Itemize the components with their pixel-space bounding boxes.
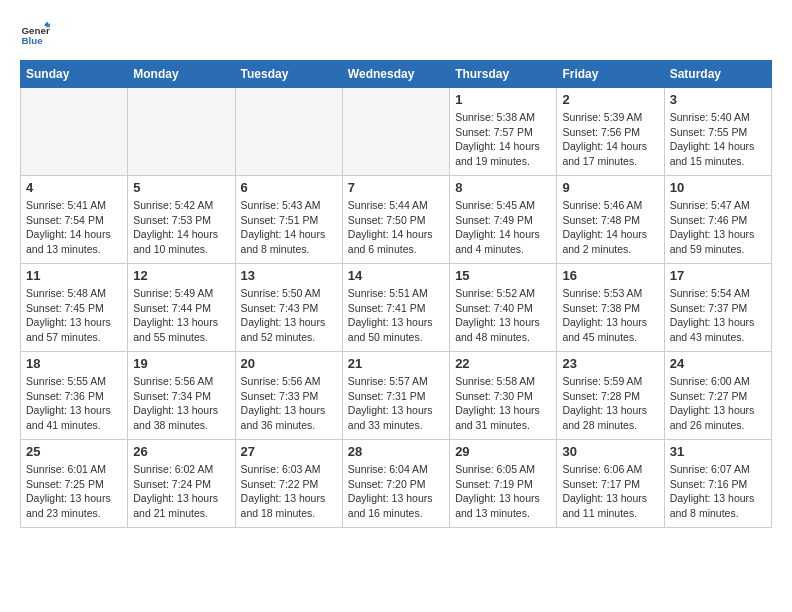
calendar-cell: 16Sunrise: 5:53 AMSunset: 7:38 PMDayligh…: [557, 264, 664, 352]
svg-text:Blue: Blue: [22, 35, 44, 46]
day-info: Sunrise: 5:46 AMSunset: 7:48 PMDaylight:…: [562, 198, 658, 257]
calendar-cell: 10Sunrise: 5:47 AMSunset: 7:46 PMDayligh…: [664, 176, 771, 264]
day-info: Sunrise: 5:44 AMSunset: 7:50 PMDaylight:…: [348, 198, 444, 257]
calendar-cell: 19Sunrise: 5:56 AMSunset: 7:34 PMDayligh…: [128, 352, 235, 440]
logo: General Blue: [20, 20, 54, 50]
day-info: Sunrise: 5:48 AMSunset: 7:45 PMDaylight:…: [26, 286, 122, 345]
weekday-header-row: SundayMondayTuesdayWednesdayThursdayFrid…: [21, 61, 772, 88]
calendar-cell: 31Sunrise: 6:07 AMSunset: 7:16 PMDayligh…: [664, 440, 771, 528]
weekday-header-thursday: Thursday: [450, 61, 557, 88]
day-number: 19: [133, 356, 229, 371]
calendar-cell: 26Sunrise: 6:02 AMSunset: 7:24 PMDayligh…: [128, 440, 235, 528]
svg-text:General: General: [22, 25, 51, 36]
weekday-header-tuesday: Tuesday: [235, 61, 342, 88]
week-row-1: 4Sunrise: 5:41 AMSunset: 7:54 PMDaylight…: [21, 176, 772, 264]
day-info: Sunrise: 5:56 AMSunset: 7:34 PMDaylight:…: [133, 374, 229, 433]
week-row-3: 18Sunrise: 5:55 AMSunset: 7:36 PMDayligh…: [21, 352, 772, 440]
day-number: 10: [670, 180, 766, 195]
calendar-cell: 9Sunrise: 5:46 AMSunset: 7:48 PMDaylight…: [557, 176, 664, 264]
day-info: Sunrise: 5:53 AMSunset: 7:38 PMDaylight:…: [562, 286, 658, 345]
day-number: 28: [348, 444, 444, 459]
week-row-2: 11Sunrise: 5:48 AMSunset: 7:45 PMDayligh…: [21, 264, 772, 352]
day-info: Sunrise: 5:50 AMSunset: 7:43 PMDaylight:…: [241, 286, 337, 345]
day-info: Sunrise: 5:47 AMSunset: 7:46 PMDaylight:…: [670, 198, 766, 257]
day-number: 23: [562, 356, 658, 371]
day-info: Sunrise: 5:49 AMSunset: 7:44 PMDaylight:…: [133, 286, 229, 345]
day-number: 25: [26, 444, 122, 459]
day-number: 29: [455, 444, 551, 459]
calendar-cell: 23Sunrise: 5:59 AMSunset: 7:28 PMDayligh…: [557, 352, 664, 440]
day-number: 27: [241, 444, 337, 459]
weekday-header-sunday: Sunday: [21, 61, 128, 88]
day-info: Sunrise: 6:07 AMSunset: 7:16 PMDaylight:…: [670, 462, 766, 521]
header: General Blue: [20, 20, 772, 50]
day-info: Sunrise: 5:55 AMSunset: 7:36 PMDaylight:…: [26, 374, 122, 433]
calendar-cell: 25Sunrise: 6:01 AMSunset: 7:25 PMDayligh…: [21, 440, 128, 528]
calendar-cell: [342, 88, 449, 176]
day-number: 8: [455, 180, 551, 195]
day-info: Sunrise: 6:05 AMSunset: 7:19 PMDaylight:…: [455, 462, 551, 521]
day-info: Sunrise: 5:39 AMSunset: 7:56 PMDaylight:…: [562, 110, 658, 169]
day-number: 22: [455, 356, 551, 371]
day-info: Sunrise: 5:40 AMSunset: 7:55 PMDaylight:…: [670, 110, 766, 169]
calendar-cell: [235, 88, 342, 176]
day-number: 5: [133, 180, 229, 195]
week-row-0: 1Sunrise: 5:38 AMSunset: 7:57 PMDaylight…: [21, 88, 772, 176]
day-info: Sunrise: 6:04 AMSunset: 7:20 PMDaylight:…: [348, 462, 444, 521]
calendar-cell: 30Sunrise: 6:06 AMSunset: 7:17 PMDayligh…: [557, 440, 664, 528]
day-number: 15: [455, 268, 551, 283]
day-info: Sunrise: 5:41 AMSunset: 7:54 PMDaylight:…: [26, 198, 122, 257]
calendar-cell: 8Sunrise: 5:45 AMSunset: 7:49 PMDaylight…: [450, 176, 557, 264]
day-number: 2: [562, 92, 658, 107]
weekday-header-friday: Friday: [557, 61, 664, 88]
day-info: Sunrise: 5:52 AMSunset: 7:40 PMDaylight:…: [455, 286, 551, 345]
calendar-cell: 6Sunrise: 5:43 AMSunset: 7:51 PMDaylight…: [235, 176, 342, 264]
day-info: Sunrise: 5:51 AMSunset: 7:41 PMDaylight:…: [348, 286, 444, 345]
day-info: Sunrise: 5:58 AMSunset: 7:30 PMDaylight:…: [455, 374, 551, 433]
day-number: 13: [241, 268, 337, 283]
day-info: Sunrise: 6:06 AMSunset: 7:17 PMDaylight:…: [562, 462, 658, 521]
day-number: 26: [133, 444, 229, 459]
day-number: 3: [670, 92, 766, 107]
day-info: Sunrise: 5:59 AMSunset: 7:28 PMDaylight:…: [562, 374, 658, 433]
day-number: 31: [670, 444, 766, 459]
day-info: Sunrise: 5:38 AMSunset: 7:57 PMDaylight:…: [455, 110, 551, 169]
calendar-cell: [21, 88, 128, 176]
day-info: Sunrise: 6:00 AMSunset: 7:27 PMDaylight:…: [670, 374, 766, 433]
day-number: 9: [562, 180, 658, 195]
calendar-cell: 11Sunrise: 5:48 AMSunset: 7:45 PMDayligh…: [21, 264, 128, 352]
calendar-cell: 14Sunrise: 5:51 AMSunset: 7:41 PMDayligh…: [342, 264, 449, 352]
weekday-header-wednesday: Wednesday: [342, 61, 449, 88]
day-info: Sunrise: 5:42 AMSunset: 7:53 PMDaylight:…: [133, 198, 229, 257]
day-number: 14: [348, 268, 444, 283]
day-number: 24: [670, 356, 766, 371]
day-info: Sunrise: 6:02 AMSunset: 7:24 PMDaylight:…: [133, 462, 229, 521]
weekday-header-saturday: Saturday: [664, 61, 771, 88]
calendar-cell: 17Sunrise: 5:54 AMSunset: 7:37 PMDayligh…: [664, 264, 771, 352]
calendar-cell: 3Sunrise: 5:40 AMSunset: 7:55 PMDaylight…: [664, 88, 771, 176]
calendar-cell: 20Sunrise: 5:56 AMSunset: 7:33 PMDayligh…: [235, 352, 342, 440]
calendar-cell: [128, 88, 235, 176]
day-number: 6: [241, 180, 337, 195]
day-info: Sunrise: 5:45 AMSunset: 7:49 PMDaylight:…: [455, 198, 551, 257]
logo-icon: General Blue: [20, 20, 50, 50]
day-info: Sunrise: 5:56 AMSunset: 7:33 PMDaylight:…: [241, 374, 337, 433]
calendar-cell: 13Sunrise: 5:50 AMSunset: 7:43 PMDayligh…: [235, 264, 342, 352]
calendar-cell: 24Sunrise: 6:00 AMSunset: 7:27 PMDayligh…: [664, 352, 771, 440]
day-info: Sunrise: 6:03 AMSunset: 7:22 PMDaylight:…: [241, 462, 337, 521]
day-number: 16: [562, 268, 658, 283]
calendar-cell: 1Sunrise: 5:38 AMSunset: 7:57 PMDaylight…: [450, 88, 557, 176]
calendar-cell: 22Sunrise: 5:58 AMSunset: 7:30 PMDayligh…: [450, 352, 557, 440]
calendar-cell: 28Sunrise: 6:04 AMSunset: 7:20 PMDayligh…: [342, 440, 449, 528]
day-number: 21: [348, 356, 444, 371]
day-info: Sunrise: 5:57 AMSunset: 7:31 PMDaylight:…: [348, 374, 444, 433]
calendar-cell: 29Sunrise: 6:05 AMSunset: 7:19 PMDayligh…: [450, 440, 557, 528]
calendar-table: SundayMondayTuesdayWednesdayThursdayFrid…: [20, 60, 772, 528]
calendar-cell: 5Sunrise: 5:42 AMSunset: 7:53 PMDaylight…: [128, 176, 235, 264]
day-info: Sunrise: 5:43 AMSunset: 7:51 PMDaylight:…: [241, 198, 337, 257]
day-number: 11: [26, 268, 122, 283]
day-number: 17: [670, 268, 766, 283]
day-info: Sunrise: 5:54 AMSunset: 7:37 PMDaylight:…: [670, 286, 766, 345]
day-info: Sunrise: 6:01 AMSunset: 7:25 PMDaylight:…: [26, 462, 122, 521]
day-number: 1: [455, 92, 551, 107]
